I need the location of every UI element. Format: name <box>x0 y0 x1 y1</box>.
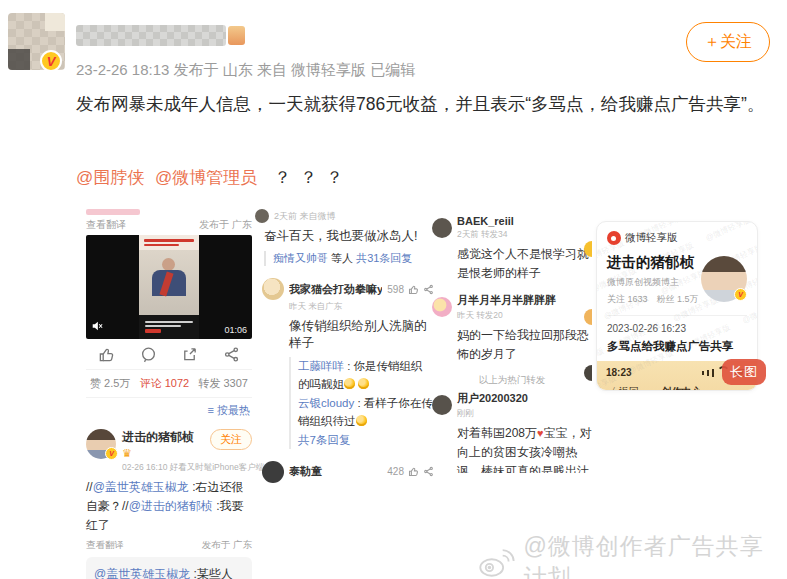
mention-link: @盖世英雄玉椒龙 <box>94 567 190 579</box>
video-captions <box>139 315 199 339</box>
weibo-eye-icon <box>478 544 516 579</box>
video-banner <box>139 235 199 250</box>
repost-meta: 2天前 转发34 <box>457 229 514 241</box>
repost-meta: 昨天 转发20 <box>457 310 556 322</box>
divider <box>607 315 747 316</box>
avatar-mosaic-patch <box>8 49 30 70</box>
video-player: 01:06 <box>86 235 252 339</box>
cropped-avatar-icon <box>584 309 592 325</box>
mention-link-admin[interactable]: @微博管理员 <box>155 168 257 187</box>
repost-text: 感觉这个人不是恨学习就是恨老师的样子 <box>457 245 592 283</box>
action-bar <box>86 339 252 370</box>
quoted-comment-box: @盖世英雄玉椒龙 :某些人凭什么网暴这个女生，冷嘲热讽？ 人家相信读书改变命运，… <box>86 557 252 579</box>
reposter-avatar <box>432 395 452 415</box>
verified-badge-icon: V <box>40 50 62 72</box>
repost-item-header: V 进击的猪郁桢 ♛ 02-26 16:10 好看又时髦iPhone客户端 关注 <box>86 429 252 474</box>
stats-row: 赞 2.5万 评论 1072 转发 3307 <box>86 370 252 397</box>
share-icon <box>181 346 198 363</box>
card-avatar: V <box>701 256 747 302</box>
avatar-mosaic-patch <box>45 13 65 31</box>
comment-text: 像传销组织给别人洗脑的样子 <box>289 318 434 352</box>
repost-meta: 刚刚 <box>457 408 528 420</box>
repost-text: //@盖世英雄玉椒龙 :右边还很自豪？//@进击的猪郁桢 :我要红了 <box>86 478 252 536</box>
post-text: 发布网暴未成年人信息，一天就获得786元收益，并且表示“多骂点，给我赚点广告共享… <box>76 89 776 119</box>
verified-badge-icon: V <box>734 288 747 301</box>
like-count: 赞 2.5万 <box>90 376 130 391</box>
mention-link-weiboxia[interactable]: @围脖侠 <box>76 168 144 187</box>
username-redacted[interactable] <box>76 25 226 46</box>
hot-reposts-divider: 以上为热门转发 <box>432 374 592 387</box>
membership-icon <box>228 26 245 45</box>
cropped-avatar-icon <box>255 209 269 223</box>
forward-icon <box>223 346 240 363</box>
app-name: 微博轻享版 <box>625 231 678 245</box>
reply-user-link: 工藤咩咩 <box>298 360 344 372</box>
reply-user-link: 云银cloudy <box>298 397 354 409</box>
image-panel-video-post: 查看翻译 发布于 广东 01:06 <box>86 209 252 579</box>
comment-like-count: 598 <box>387 284 434 295</box>
reposter-avatar: V <box>86 429 116 459</box>
sort-by-hot: ≡ 按最热 <box>86 397 252 422</box>
emoji-icon <box>356 415 367 426</box>
translate-label: 查看翻译 <box>86 539 124 552</box>
crown-icon: ♛ <box>122 447 132 459</box>
repost-text: 对着韩国208万♥宝宝，对向上的贫困女孩冷嘲热讽，棒妹可真的是贱出汁了//@冷心… <box>457 424 592 473</box>
sort-icon: ≡ <box>208 404 214 416</box>
comment-icon <box>140 346 157 363</box>
reply-thread: 工藤咩咩 : 你是传销组织的吗靓姐 云银cloudy : 看样子你在传销组织待过… <box>289 357 434 449</box>
image-panel-reposts: BAEK_reiil 2天前 转发34 感觉这个人不是恨学习就是恨老师的样子 月… <box>432 213 592 473</box>
comment-count: 评论 1072 <box>140 376 190 391</box>
screen-title: 创作中心 <box>639 385 724 391</box>
post-location: 发布于 广东 <box>199 218 252 232</box>
follow-button[interactable]: ＋关注 <box>686 22 770 62</box>
commenter-name: 泰勒童 <box>289 464 382 479</box>
back-button-label: 〈 返回 <box>606 385 639 391</box>
emoji-icon <box>344 378 355 389</box>
repost-text: 妈的一下给我拉回那段恐怖的岁月了 <box>457 326 592 364</box>
mention-link: @盖世英雄玉椒龙 <box>93 480 189 494</box>
reposter-name: 用户20200320 <box>457 391 528 406</box>
comment-like-count: 428 <box>387 466 434 477</box>
reposter-name: 进击的猪郁桢 ♛ <box>122 429 204 460</box>
translate-label: 查看翻译 <box>86 218 126 232</box>
emoji-icon <box>358 378 369 389</box>
comment-meta: 2天前 来自微博 <box>274 210 336 223</box>
video-scene <box>139 250 199 315</box>
commenter-avatar <box>262 278 284 300</box>
page-watermark: @微博创作者广告共享计划 <box>478 531 787 579</box>
long-image-badge[interactable]: 长图 <box>722 359 766 385</box>
mentions-line: @围脖侠 @微博管理员 ？？？ <box>76 166 352 189</box>
commenter-name: 我家猫会打劲拳嘛y <box>289 282 382 297</box>
reposter-name: BAEK_reiil <box>457 215 514 227</box>
comment-meta: 昨天 来自广东 <box>289 301 434 313</box>
reposter-avatar <box>432 218 452 238</box>
repost-count: 转发 3307 <box>198 376 248 391</box>
repost-meta: 02-26 16:10 好看又时髦iPhone客户端 <box>122 462 204 474</box>
mute-icon <box>91 320 103 335</box>
follow-pill: 关注 <box>210 429 252 450</box>
card-quote-text: 多骂点给我赚点广告共享 <box>607 339 747 354</box>
mention-link: @进击的猪郁桢 <box>129 499 213 513</box>
weibo-logo-icon <box>607 231 621 245</box>
like-icon <box>408 466 419 477</box>
question-marks: ？？？ <box>274 168 352 187</box>
reposter-name: 月半月半月半胖胖胖 <box>457 293 556 308</box>
like-icon <box>408 284 419 295</box>
verified-badge-icon: V <box>105 447 118 460</box>
reply-count-link: 共31条回复 <box>356 252 412 264</box>
video-frame <box>139 235 199 339</box>
reposter-avatar <box>432 297 452 317</box>
reply-user-link: 痴情又帅哥 <box>273 252 328 264</box>
status-time: 18:23 <box>606 367 632 378</box>
card-date: 2023-02-26 16:23 <box>607 323 747 334</box>
attached-image[interactable]: 查看翻译 发布于 广东 01:06 <box>82 207 774 559</box>
commenter-avatar <box>262 461 284 483</box>
reply-summary: 痴情又帅哥 等人 共31条回复 <box>264 251 434 266</box>
reply-count-link: 共7条回复 <box>298 434 350 446</box>
comment-text: 奋斗百天，我也要做冰岛人! <box>264 228 434 245</box>
post-timestamp: 23-2-26 18:13 发布于 山东 来自 微博轻享版 已编辑 <box>76 61 415 80</box>
video-duration: 01:06 <box>224 325 247 335</box>
like-icon <box>98 346 115 363</box>
image-panel-comments: 2天前 来自微博 奋斗百天，我也要做冰岛人! 痴情又帅哥 等人 共31条回复 我… <box>262 209 434 483</box>
weibo-post-page: V 23-2-26 18:13 发布于 山东 来自 微博轻享版 已编辑 ＋关注 … <box>0 0 787 579</box>
